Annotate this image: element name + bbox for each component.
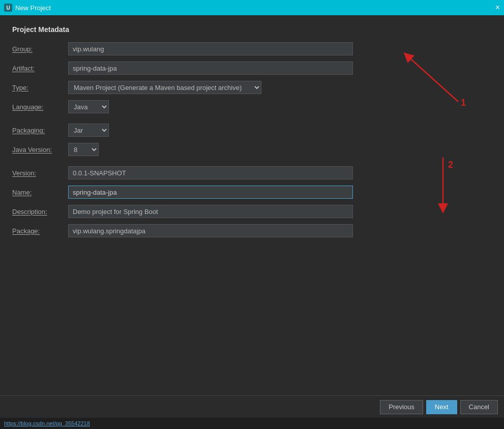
group-row: Group: (12, 42, 492, 56)
next-button[interactable]: Next (426, 400, 457, 414)
java-version-row: Java Version: 8 (12, 142, 492, 157)
app-icon: U (4, 4, 12, 12)
package-row: Package: (12, 224, 492, 238)
java-version-label: Java Version: (12, 146, 68, 154)
description-input[interactable] (68, 205, 353, 218)
artifact-row: Artifact: (12, 61, 492, 75)
package-label: Package: (12, 227, 68, 235)
status-bar: https://blog.csdn.net/qq_35542218 (0, 418, 504, 429)
previous-button[interactable]: Previous (380, 400, 423, 414)
section-title: Project Metadata (12, 25, 492, 34)
cancel-button[interactable]: Cancel (460, 400, 498, 414)
type-select[interactable]: Maven Project (Generate a Maven based pr… (68, 81, 261, 94)
packaging-select[interactable]: Jar (68, 124, 109, 137)
title-bar: U New Project × (0, 0, 504, 15)
bottom-bar: Previous Next Cancel (0, 395, 504, 418)
divider-2 (12, 162, 492, 166)
package-input[interactable] (68, 224, 353, 237)
java-version-select[interactable]: 8 (68, 143, 99, 156)
version-input[interactable] (68, 166, 353, 179)
dialog-title: New Project (15, 4, 51, 12)
version-label: Version: (12, 169, 68, 177)
name-input[interactable] (68, 186, 353, 199)
artifact-input[interactable] (68, 62, 353, 75)
group-input[interactable] (68, 42, 353, 55)
name-label: Name: (12, 189, 68, 196)
description-row: Description: (12, 204, 492, 219)
artifact-label: Artifact: (12, 65, 68, 72)
type-row: Type: Maven Project (Generate a Maven ba… (12, 80, 492, 95)
language-label: Language: (12, 103, 68, 111)
packaging-label: Packaging: (12, 127, 68, 134)
group-label: Group: (12, 45, 68, 53)
divider-1 (12, 119, 492, 123)
name-row: Name: (12, 185, 492, 199)
close-button[interactable]: × (495, 4, 500, 12)
description-label: Description: (12, 208, 68, 216)
language-select[interactable]: Java (68, 100, 109, 113)
status-url: https://blog.csdn.net/qq_35542218 (4, 420, 90, 426)
language-row: Language: Java (12, 100, 492, 114)
title-bar-left: U New Project (4, 4, 51, 12)
dialog-body: Project Metadata Group: Artifact: Type: … (0, 15, 504, 253)
version-row: Version: (12, 166, 492, 180)
type-label: Type: (12, 84, 68, 91)
packaging-row: Packaging: Jar (12, 123, 492, 137)
